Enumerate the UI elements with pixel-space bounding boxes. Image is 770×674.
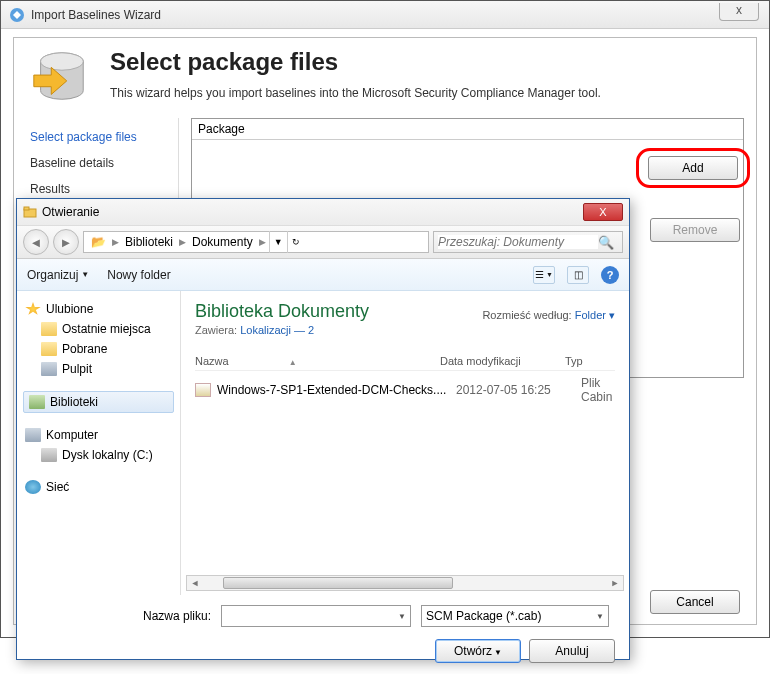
filedlg-toolbar: Organizuj▼ Nowy folder ☰▼ ◫ ? [17,259,629,291]
network-icon [25,480,41,494]
tree-recent-places[interactable]: Ostatnie miejsca [23,319,174,339]
tree-computer[interactable]: Komputer [23,425,174,445]
filedlg-titlebar: Otwieranie X [17,199,629,225]
search-icon[interactable]: 🔍 [598,235,614,250]
open-folder-icon [23,205,37,219]
tree-libraries[interactable]: Biblioteki [23,391,174,413]
new-folder-button[interactable]: Nowy folder [107,268,170,282]
filedlg-nav: ◄ ► 📂 ▶ Biblioteki ▶ Dokumenty ▶ ▼ ↻ 🔍 [17,225,629,259]
locations-link[interactable]: Lokalizacji — 2 [240,324,314,336]
remove-button[interactable]: Remove [650,218,740,242]
filename-label: Nazwa pliku: [31,609,211,623]
database-import-icon [28,46,90,108]
tree-local-disk[interactable]: Dysk lokalny (C:) [23,445,174,465]
horizontal-scrollbar[interactable]: ◄ ► [186,575,624,591]
svg-rect-4 [24,207,29,210]
arrange-by[interactable]: Rozmieść według: Folder ▾ [482,309,615,322]
cab-file-icon [195,383,211,397]
wizard-titlebar: Import Baselines Wizard [1,1,769,29]
filedlg-close-button[interactable]: X [583,203,623,221]
organize-menu[interactable]: Organizuj▼ [27,268,89,282]
preview-pane-button[interactable]: ◫ [567,266,589,284]
scroll-left-icon[interactable]: ◄ [187,578,203,588]
wizard-subtitle: This wizard helps you import baselines i… [110,86,601,100]
breadcrumb-dropdown[interactable]: ▼ [269,231,287,253]
wizard-app-icon [9,7,25,23]
file-list-pane: Biblioteka Dokumenty Zawiera: Lokalizacj… [181,291,629,595]
tree-favorites[interactable]: Ulubione [23,299,174,319]
file-open-dialog: Otwieranie X ◄ ► 📂 ▶ Biblioteki ▶ Dokume… [16,198,630,660]
library-subtitle: Zawiera: Lokalizacji — 2 [195,324,615,336]
nav-forward-button[interactable]: ► [53,229,79,255]
sort-indicator-icon: ▲ [289,358,297,367]
library-icon [29,395,45,409]
file-type-filter[interactable]: SCM Package (*.cab)▼ [421,605,609,627]
tree-network[interactable]: Sieć [23,477,174,497]
filename-input[interactable]: ▼ [221,605,411,627]
filedlg-cancel-button[interactable]: Anuluj [529,639,615,663]
search-box[interactable]: 🔍 [433,231,623,253]
step-select-package-files[interactable]: Select package files [14,124,178,150]
scroll-right-icon[interactable]: ► [607,578,623,588]
breadcrumb-root-icon[interactable]: 📂 [91,235,106,249]
disk-icon [41,448,57,462]
breadcrumb-documents[interactable]: Dokumenty [192,235,253,249]
svg-point-2 [41,53,84,70]
wizard-header: Select package files This wizard helps y… [14,38,756,118]
breadcrumb-refresh[interactable]: ↻ [287,231,305,253]
nav-tree: Ulubione Ostatnie miejsca Pobrane Pulpit… [17,291,181,595]
folder-icon [41,342,57,356]
computer-icon [25,428,41,442]
wizard-close-button[interactable]: x [719,3,759,21]
desktop-icon [41,362,57,376]
breadcrumb-libraries[interactable]: Biblioteki [125,235,173,249]
nav-back-button[interactable]: ◄ [23,229,49,255]
step-baseline-details[interactable]: Baseline details [14,150,178,176]
list-item[interactable]: Windows-7-SP1-Extended-DCM-Checks.... 20… [195,371,615,409]
tree-desktop[interactable]: Pulpit [23,359,174,379]
wizard-cancel-button[interactable]: Cancel [650,590,740,614]
open-button[interactable]: Otwórz▼ [435,639,521,663]
star-icon [25,302,41,316]
tree-downloads[interactable]: Pobrane [23,339,174,359]
wizard-title-text: Import Baselines Wizard [31,8,161,22]
package-list-header: Package [192,119,743,140]
column-headers[interactable]: Nazwa▲ Data modyfikacji Typ [195,352,615,371]
add-button[interactable]: Add [648,156,738,180]
view-mode-button[interactable]: ☰▼ [533,266,555,284]
search-input[interactable] [438,235,598,249]
wizard-heading: Select package files [110,46,601,76]
filedlg-title-text: Otwieranie [42,205,99,219]
breadcrumb[interactable]: 📂 ▶ Biblioteki ▶ Dokumenty ▶ ▼ ↻ [83,231,429,253]
folder-icon [41,322,57,336]
scroll-thumb[interactable] [223,577,453,589]
help-button[interactable]: ? [601,266,619,284]
add-highlight: Add [636,148,750,188]
